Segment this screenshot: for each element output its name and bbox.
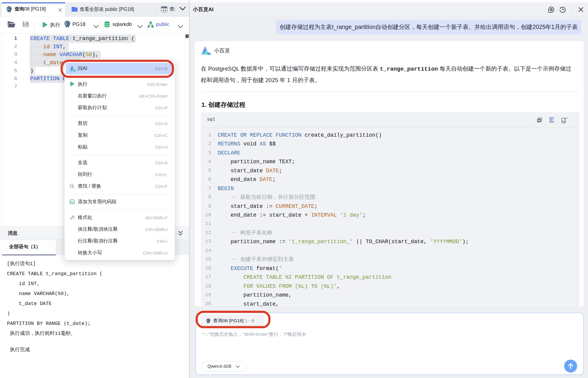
svg-text:SQL: SQL [562, 120, 566, 123]
svg-text:SQL: SQL [70, 201, 74, 203]
